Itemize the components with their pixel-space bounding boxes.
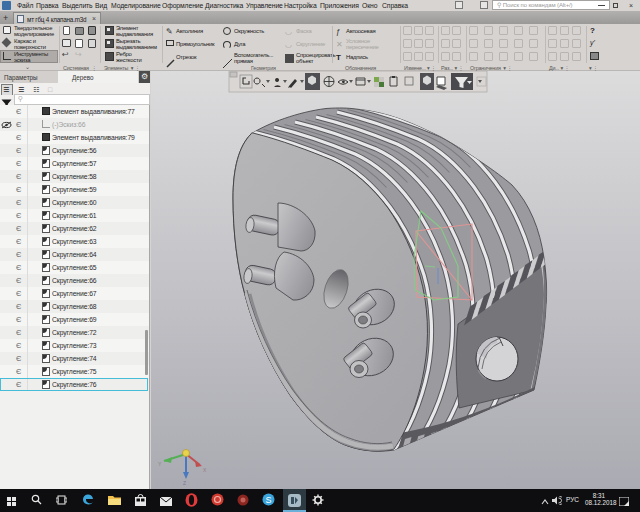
- svg-text:S: S: [265, 495, 271, 505]
- svg-text:Z: Z: [183, 480, 186, 486]
